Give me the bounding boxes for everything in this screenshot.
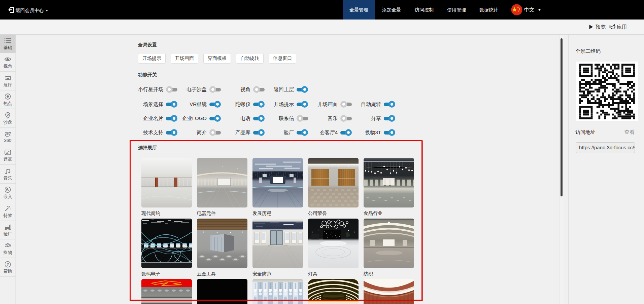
svg-text:?: ? xyxy=(7,262,9,266)
